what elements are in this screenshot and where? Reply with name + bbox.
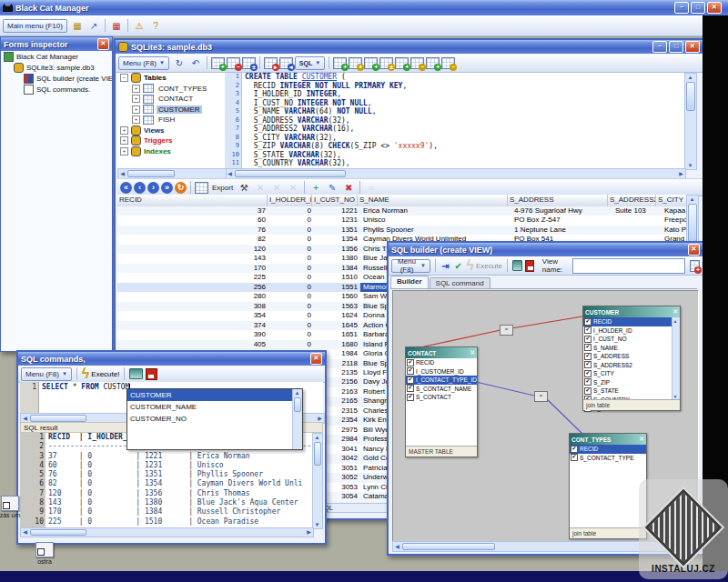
entity-cont_types[interactable]: CONT_TYPES✕✔RECID✔S_CONTACT_TYPEjoin tab… bbox=[569, 433, 647, 539]
minimize-button[interactable]: − bbox=[674, 2, 689, 14]
builder-menu-button[interactable]: Menu (F8) ▼ bbox=[391, 259, 430, 273]
checkbox-icon[interactable]: ✔ bbox=[407, 385, 414, 392]
entity-field[interactable]: ✔S_ADDRESS bbox=[583, 352, 672, 361]
entity-field[interactable]: ✔RECID bbox=[583, 317, 672, 326]
checkbox-icon[interactable]: ✔ bbox=[407, 394, 414, 401]
checkbox-icon[interactable]: ✔ bbox=[584, 378, 592, 386]
delete-record-icon[interactable]: ✖ bbox=[341, 181, 356, 195]
entity-title-bar[interactable]: CONTACT✕ bbox=[406, 347, 477, 358]
column-header-i_holder_id[interactable]: I_HOLDER_ID bbox=[268, 195, 312, 206]
execute-button[interactable]: ϟ Execute! bbox=[82, 366, 120, 382]
sqlite-maximize-button[interactable]: □ bbox=[669, 41, 683, 53]
tab-builder[interactable]: Builder bbox=[390, 276, 429, 288]
import-table-icon[interactable]: ▸ bbox=[264, 57, 278, 69]
commands-menu-button[interactable]: Menu (F8) ▼ bbox=[21, 367, 72, 381]
warning-icon[interactable]: ⚠ bbox=[132, 19, 147, 33]
table-op-5-icon[interactable]: + bbox=[395, 57, 409, 69]
forms-tree-item[interactable]: Black Cat Manager bbox=[1, 51, 112, 62]
undo-icon[interactable]: ↶ bbox=[188, 56, 203, 70]
sqlite-title-bar[interactable]: SQLite3: sample.db3 − □ ✕ bbox=[116, 40, 703, 54]
table-op-4-icon[interactable]: ± bbox=[379, 57, 393, 69]
checkbox-icon[interactable]: ✔ bbox=[407, 367, 414, 375]
entity-close-icon[interactable]: ✕ bbox=[639, 436, 644, 443]
checkbox-icon[interactable]: ✔ bbox=[584, 353, 592, 360]
entity-scrollbar[interactable]: ▲▼ bbox=[672, 317, 680, 400]
entity-close-icon[interactable]: ✕ bbox=[470, 349, 475, 356]
tree-table-fish[interactable]: +FISH bbox=[117, 115, 225, 125]
tree-section-tables[interactable]: −Tables bbox=[117, 73, 225, 84]
grid-header[interactable]: RECIDI_HOLDER_IDI_CUST_NOS_NAMES_ADDRESS… bbox=[117, 195, 686, 207]
tree-table-customer[interactable]: +CUSTOMER bbox=[117, 105, 225, 115]
checkbox-icon[interactable]: ✔ bbox=[584, 326, 592, 334]
sql-exit-icon[interactable]: ⇥ bbox=[440, 259, 450, 273]
sqlite-close-button[interactable]: ✕ bbox=[685, 41, 700, 53]
commands-title-bar[interactable]: SQL commands, ✕ bbox=[18, 352, 325, 366]
up-arrow-icon[interactable]: ▲ bbox=[672, 317, 679, 325]
checkbox-icon[interactable]: ✔ bbox=[584, 370, 592, 377]
entity-field[interactable]: ✔RECID bbox=[406, 358, 477, 367]
save-icon[interactable] bbox=[525, 260, 534, 272]
entity-field[interactable]: ✔S_ZIP bbox=[583, 378, 672, 387]
autocomplete-item[interactable]: CUSTOMER bbox=[127, 389, 302, 401]
save-icon[interactable] bbox=[146, 368, 157, 380]
autocomplete-scrollbar[interactable]: ▲ bbox=[292, 389, 302, 449]
expander-icon[interactable]: + bbox=[120, 147, 128, 156]
filter-3-icon[interactable]: ✕ bbox=[286, 181, 300, 195]
desktop-icon-zas[interactable]: zás um bbox=[0, 496, 25, 518]
entity-field[interactable]: ✔I_HOLDER_ID bbox=[583, 326, 672, 336]
drop-table-icon[interactable]: − bbox=[227, 57, 240, 69]
table-row[interactable]: 7601351Phyllis Spooner1 Neptune LaneKato… bbox=[117, 226, 686, 235]
sqlite-menu-button[interactable]: Menu (F8) ▼ bbox=[118, 56, 169, 70]
forms-tree-item[interactable]: SQL builder (create VIEW bbox=[1, 73, 112, 84]
column-header-s_address[interactable]: S_ADDRESS bbox=[508, 195, 608, 206]
result-hscrollbar[interactable]: ◀ ▶ bbox=[20, 527, 314, 537]
column-header-i_cust_no[interactable]: I_CUST_NO bbox=[312, 195, 358, 206]
column-header-recid[interactable]: RECID bbox=[117, 195, 268, 206]
entity-field[interactable]: ✔S_NAME bbox=[583, 344, 672, 353]
entity-contact[interactable]: CONTACT✕✔RECID✔I_CUSTOMER_ID✔I_CONTACT_T… bbox=[405, 346, 478, 457]
entity-field[interactable]: ✔I_CONTACT_TYPE_ID bbox=[406, 376, 477, 385]
tree-section-views[interactable]: +Views bbox=[117, 125, 225, 136]
column-header-s_name[interactable]: S_NAME bbox=[358, 195, 508, 206]
refresh-icon[interactable]: ↻ bbox=[172, 56, 187, 70]
editor-vscrollbar[interactable]: ▲ ▼ bbox=[684, 73, 697, 170]
hint-icon[interactable]: ○ bbox=[364, 181, 379, 195]
new-table-icon[interactable]: + bbox=[211, 57, 225, 69]
tools-icon[interactable]: ⚒ bbox=[237, 181, 251, 195]
entity-field[interactable]: ✔S_ADDRESS2 bbox=[583, 361, 672, 370]
check-sql-icon[interactable]: ✔ bbox=[453, 259, 463, 273]
autocomplete-item[interactable]: CUSTOMER_NAME bbox=[127, 401, 302, 413]
expander-icon[interactable]: + bbox=[132, 95, 140, 103]
forms-inspector-close-icon[interactable]: ✕ bbox=[97, 38, 109, 50]
edit-record-icon[interactable]: ✎ bbox=[325, 181, 339, 195]
entity-close-icon[interactable]: ✕ bbox=[672, 308, 678, 316]
export-table-icon[interactable]: ◂ bbox=[279, 57, 293, 69]
close-button[interactable]: ✕ bbox=[707, 2, 722, 14]
db-tables-icon[interactable]: ▦ bbox=[70, 19, 85, 33]
result-vscrollbar[interactable]: ▲ ▼ bbox=[312, 433, 323, 529]
table-op-7-icon[interactable]: + bbox=[426, 57, 440, 69]
tree-table-cont_types[interactable]: +CONT_TYPES bbox=[117, 84, 225, 95]
print-icon[interactable] bbox=[129, 368, 143, 379]
sql-editor[interactable]: 1CREATE TABLE CUSTOMER (2 RECID INTEGER … bbox=[225, 73, 684, 168]
execute-button[interactable]: ϟ Execute bbox=[467, 257, 502, 274]
main-menu-button[interactable]: Main menu (F10) bbox=[3, 19, 67, 33]
entity-customer[interactable]: CUSTOMER✕✔RECID✔I_HOLDER_ID✔I_CUST_NO✔S_… bbox=[582, 306, 681, 411]
entity-field[interactable]: ✔I_CUSTOMER_ID bbox=[406, 367, 477, 376]
expander-icon[interactable]: + bbox=[132, 115, 140, 124]
join-connector-red[interactable]: = bbox=[500, 325, 513, 336]
table-op-3-icon[interactable]: + bbox=[364, 57, 378, 69]
expander-icon[interactable]: + bbox=[120, 136, 128, 145]
entity-field[interactable]: ✔S_STATE bbox=[583, 386, 672, 396]
help-icon[interactable]: ? bbox=[148, 19, 163, 33]
sql-menu-dropdown[interactable]: SQL▼ bbox=[295, 56, 325, 70]
next-record-icon[interactable]: › bbox=[147, 182, 159, 194]
refresh-data-icon[interactable]: ↻ bbox=[175, 182, 187, 194]
checkbox-icon[interactable]: ✔ bbox=[407, 359, 414, 366]
tree-section-indexes[interactable]: +Indexes bbox=[117, 146, 225, 157]
commands-close-icon[interactable]: ✕ bbox=[310, 353, 322, 365]
table-op-6-icon[interactable]: − bbox=[410, 57, 424, 69]
table-row[interactable]: 6001231UniscoPO Box Z-547Freeport bbox=[117, 216, 686, 225]
checkbox-icon[interactable]: ✔ bbox=[571, 454, 578, 461]
export-form-icon[interactable]: ↗ bbox=[86, 19, 101, 33]
